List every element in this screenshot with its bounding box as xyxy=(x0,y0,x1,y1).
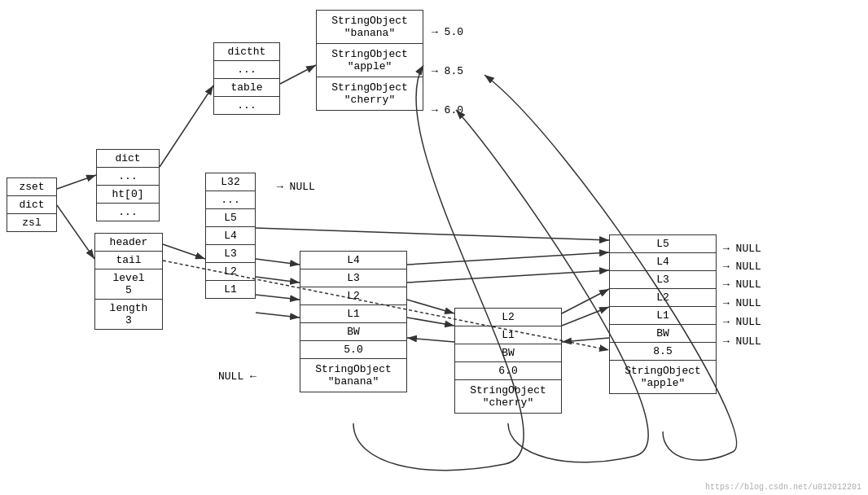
dictht-cell-dictht: dictht xyxy=(214,43,279,61)
svg-line-6 xyxy=(256,259,300,265)
node3-l2: L2 xyxy=(610,289,716,307)
svg-line-14 xyxy=(562,289,609,313)
null-node1-bw: NULL ← xyxy=(218,370,256,383)
null-node3-l1: → NULL xyxy=(723,316,761,328)
level-cell: level5 xyxy=(95,269,162,300)
node1-bw: BW xyxy=(300,323,406,341)
svg-line-17 xyxy=(562,338,609,342)
node3-bw: BW xyxy=(610,325,716,343)
dictht-cell-table: table xyxy=(214,79,279,97)
node2-bw: BW xyxy=(455,344,561,362)
zset-cell-zsl: zsl xyxy=(7,214,56,231)
null-l32: → NULL xyxy=(277,181,315,193)
node1-score: 5.0 xyxy=(300,341,406,359)
node1-l3: L3 xyxy=(300,269,406,287)
dictht-cell-dots: ... xyxy=(214,61,279,79)
string-cherry-cell: StringObject"cherry" xyxy=(317,77,423,110)
node3-l3: L3 xyxy=(610,271,716,289)
node3-score: 8.5 xyxy=(610,343,716,361)
svg-line-15 xyxy=(562,307,609,326)
null-node3-l4: → NULL xyxy=(723,261,761,273)
null-node3-l2: → NULL xyxy=(723,297,761,309)
zset-box: zset dict zsl xyxy=(7,177,57,232)
string-banana-cell: StringObject"banana" xyxy=(317,11,423,44)
dict-struct-box: dict ... ht[0] ... xyxy=(96,149,160,221)
node2-score: 6.0 xyxy=(455,362,561,380)
zset-cell-dict: dict xyxy=(7,196,56,214)
dictht-cell-dots2: ... xyxy=(214,97,279,114)
node2-string: StringObject"cherry" xyxy=(455,380,561,413)
svg-line-9 xyxy=(256,313,300,318)
node3-l4: L4 xyxy=(610,253,716,271)
node2-box: L2 L1 BW 6.0 StringObject"cherry" xyxy=(454,308,562,414)
node3-l1: L1 xyxy=(610,307,716,325)
node1-string: StringObject"banana" xyxy=(300,359,406,392)
dict-cell-ht0: ht[0] xyxy=(97,186,159,204)
level-l1: L1 xyxy=(206,281,255,298)
dict-cell-dict: dict xyxy=(97,150,159,168)
svg-line-13 xyxy=(407,318,454,326)
level-l5: L5 xyxy=(206,209,255,227)
svg-line-8 xyxy=(256,295,300,300)
node3-l5: L5 xyxy=(610,235,716,253)
null-node3-l3: → NULL xyxy=(723,278,761,291)
header-cell: header xyxy=(95,234,162,252)
score-cherry: → 6.0 xyxy=(432,104,463,116)
dict-cell-dots2: ... xyxy=(97,204,159,221)
svg-line-4 xyxy=(280,65,316,84)
svg-line-5 xyxy=(163,244,205,259)
score-banana: → 5.0 xyxy=(432,26,463,38)
level-dots: ... xyxy=(206,191,255,209)
node3-string: StringObject"apple" xyxy=(610,361,716,393)
node2-l2: L2 xyxy=(455,309,561,326)
length-cell: length3 xyxy=(95,300,162,329)
node1-box: L4 L3 L2 L1 BW 5.0 StringObject"banana" xyxy=(300,251,407,392)
svg-line-7 xyxy=(256,277,300,283)
skiplist-header-box: header tail level5 length3 xyxy=(94,233,163,330)
svg-line-12 xyxy=(407,300,454,313)
tail-cell: tail xyxy=(95,252,162,269)
string-apple-cell: StringObject"apple" xyxy=(317,44,423,77)
node3-box: L5 L4 L3 L2 L1 BW 8.5 StringObject"apple… xyxy=(609,234,717,394)
dict-cell-dots1: ... xyxy=(97,168,159,186)
null-node3-l5: → NULL xyxy=(723,243,761,255)
svg-line-18 xyxy=(256,228,609,240)
diagram: zset dict zsl dict ... ht[0] ... dictht … xyxy=(0,0,868,495)
null-node3-bw: → NULL xyxy=(723,335,761,348)
svg-line-10 xyxy=(407,252,609,265)
svg-line-11 xyxy=(407,270,609,283)
level-l4: L4 xyxy=(206,227,255,245)
watermark: https://blog.csdn.net/u012012201 xyxy=(705,483,861,492)
node1-l2: L2 xyxy=(300,287,406,305)
node1-l1: L1 xyxy=(300,305,406,323)
svg-line-1 xyxy=(57,175,96,189)
node2-l1: L1 xyxy=(455,326,561,344)
level-l2: L2 xyxy=(206,263,255,281)
zset-cell-zset: zset xyxy=(7,178,56,196)
svg-line-2 xyxy=(57,205,94,259)
dictht-box: dictht ... table ... xyxy=(213,42,280,115)
skiplist-levels-box: L32 ... L5 L4 L3 L2 L1 xyxy=(205,173,256,299)
string-group-box: StringObject"banana" StringObject"apple"… xyxy=(316,10,423,111)
level-l3: L3 xyxy=(206,245,255,263)
score-apple: → 8.5 xyxy=(432,65,463,77)
node1-l4: L4 xyxy=(300,252,406,269)
level-l32: L32 xyxy=(206,173,255,191)
svg-line-3 xyxy=(160,85,213,167)
svg-line-16 xyxy=(407,338,454,342)
